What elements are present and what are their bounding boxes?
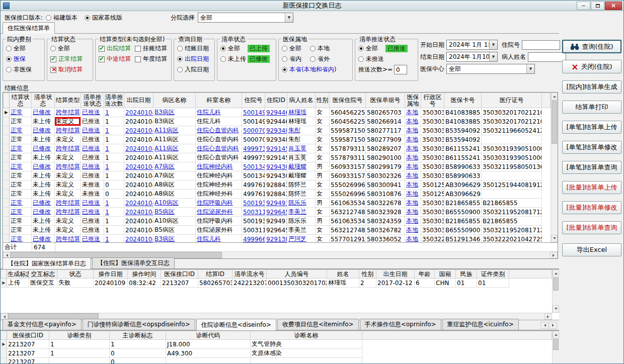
push-count-input[interactable] — [394, 65, 407, 74]
insurance-center-combo[interactable]: 全部▼ — [446, 64, 535, 74]
column-header[interactable]: 诊断代码 — [166, 331, 251, 340]
push-status-pushed[interactable]: 已推送 — [385, 45, 408, 52]
area-inprovince[interactable]: 省内 — [282, 55, 305, 63]
table-row[interactable]: 正常已修改跨年结算已推送120240104B5病区住院泌尿外科500311929… — [4, 208, 551, 217]
tab-details-2[interactable]: 住院诊断信息<diseinfo> — [196, 319, 276, 330]
v-scrollbar[interactable] — [551, 93, 558, 242]
fee-type-all[interactable]: 全部 — [6, 44, 26, 53]
settle-status-all[interactable]: 全部 — [50, 44, 70, 53]
column-header[interactable]: 状态 — [57, 270, 94, 279]
list-status-all[interactable]: 全部 — [220, 44, 243, 53]
export-excel-button[interactable]: 导出Excel — [562, 243, 621, 256]
scroll-thumb[interactable] — [553, 339, 559, 350]
v-scrollbar[interactable] — [552, 331, 559, 364]
column-header[interactable]: 病区名称 — [153, 93, 196, 108]
scroll-down-button[interactable] — [551, 235, 558, 242]
tab-details-1[interactable]: 门诊慢特病诊断信息<opspdiseinfo> — [83, 319, 195, 330]
query-date-discharge[interactable]: 出院日期 — [177, 55, 209, 63]
scroll-right-button[interactable] — [544, 313, 552, 320]
table-row[interactable]: ▶正常已修改跨年结算已推送120240104B3病区住院儿科5001499294… — [4, 108, 551, 117]
column-header[interactable]: 结算ID — [198, 270, 232, 279]
settle-status-normal[interactable]: 正常结算 — [50, 55, 83, 63]
table-row[interactable]: 正常已修改跨年结算已推送120240104A11病区住院心血管内科5000709… — [4, 126, 551, 135]
column-header[interactable]: 国籍 — [435, 270, 456, 279]
table-row[interactable]: ▶221320711J18.000支气管肺炎 — [1, 340, 552, 349]
column-header[interactable]: 操作时间 — [128, 270, 161, 279]
column-header[interactable]: 年龄 — [415, 270, 435, 279]
list-status-uploaded[interactable]: 已上传 — [248, 45, 270, 52]
column-header[interactable]: 清单推 送次数 — [104, 93, 124, 108]
settle-type-credit[interactable]: 挂账结算 — [135, 44, 167, 53]
column-header[interactable]: 医保接口ID — [161, 270, 198, 279]
batch-settlement-upload-button[interactable]: [批量]结算单上传 — [562, 181, 621, 194]
column-header[interactable]: 清单流水号 — [232, 270, 267, 279]
column-header[interactable]: 姓名 — [327, 270, 359, 279]
table-row[interactable]: 正常未上传未定义已推送120240104A7病区住院神经内科5001349294… — [4, 171, 551, 180]
scroll-up-button[interactable] — [551, 93, 558, 100]
table-row[interactable]: 22132070 — [1, 358, 552, 364]
tab-main-0[interactable]: 住院医保结算单 — [3, 22, 55, 34]
branch-select-combo[interactable]: 全部 ▼ — [198, 13, 293, 23]
table-row[interactable]: 正常未上传未定义已推送120240104A11病区住院心血管内科49997392… — [4, 153, 551, 162]
column-header[interactable]: 性别 — [359, 270, 376, 279]
column-header[interactable]: 病人姓名 — [287, 93, 316, 108]
maximize-button[interactable] — [591, 2, 604, 10]
table-row[interactable]: 正常未上传未定义已推送120240104A11病区住院心血管内科50007092… — [4, 135, 551, 144]
version-option-fujian[interactable]: 福建版本 — [46, 14, 77, 22]
column-header[interactable]: 性别 — [316, 93, 330, 108]
settle-type-annual[interactable]: 年度结算 — [135, 55, 167, 63]
list-status-modified[interactable]: 已修改 — [248, 55, 270, 63]
list-status-notuploaded[interactable]: 未上传 — [220, 55, 243, 63]
area-outprovince[interactable]: 省外 — [310, 55, 330, 63]
column-header[interactable]: 结算类型 — [55, 93, 81, 108]
column-header[interactable]: 住院号 — [242, 93, 265, 108]
scroll-up-button[interactable] — [553, 331, 559, 338]
close-button[interactable]: × — [605, 2, 622, 10]
column-header[interactable]: 证件类别 — [477, 270, 509, 279]
single-settlement-upload-button[interactable]: [单笔]结算单上传 — [562, 121, 621, 134]
column-header[interactable]: 清单推 送状态 — [81, 93, 104, 108]
scroll-up-button[interactable] — [553, 269, 559, 277]
column-header[interactable]: 医保 属地 — [405, 93, 421, 108]
column-header[interactable]: 科室名称 — [196, 93, 242, 108]
batch-settlement-modify-button[interactable]: [批量]结算单修改 — [562, 201, 621, 214]
tab-details-0[interactable]: 基金支付信息<payinfo> — [3, 319, 82, 330]
table-row[interactable]: 正常未上传未定义已推送120240104A10病区住院呼吸内科500193929… — [4, 217, 551, 226]
tab-details-5[interactable]: 重症监护信息<icuinfo> — [442, 319, 519, 330]
table-row[interactable]: 正常未上传未定义未推送020240104A8病区住院神经外科4997619288… — [4, 190, 551, 199]
column-header[interactable]: 清单状态 — [32, 93, 55, 108]
table-row[interactable]: 221320710A49.300支原体感染 — [1, 349, 552, 358]
close-inpatient-button[interactable]: ×关闭(住院) — [562, 60, 621, 73]
scroll-down-button[interactable] — [553, 305, 559, 313]
column-header[interactable]: 出院日期 — [124, 93, 153, 108]
v-scrollbar[interactable] — [552, 269, 559, 313]
fee-type-insurance[interactable]: 医保 — [6, 55, 26, 63]
area-province-localandin[interactable]: 本省(本地和省内) — [282, 65, 336, 74]
column-header[interactable]: 生成标志 — [7, 270, 29, 279]
column-header[interactable]: 医保卡号 — [444, 93, 482, 108]
column-header[interactable]: 医疗证号 — [482, 93, 542, 108]
minimize-button[interactable]: ─ — [577, 2, 590, 10]
tab-details-4[interactable]: 手术操作信息<oprninfo> — [360, 319, 441, 330]
column-header[interactable]: 交互标志 — [29, 270, 57, 279]
area-all[interactable]: 全部 — [282, 44, 305, 53]
column-header[interactable]: 住院ID — [265, 93, 287, 108]
column-header[interactable]: 诊断类别 — [49, 331, 110, 340]
column-header[interactable]: 出生日期 — [376, 270, 415, 279]
table-row[interactable]: 正常已修改跨年结算已推送120240104A11病区住院心血管内科4999739… — [4, 144, 551, 153]
push-status-all[interactable]: 全部 — [358, 44, 380, 53]
settle-status-cancel[interactable]: 取消结算 — [50, 65, 83, 74]
column-header[interactable]: 主诊断标志 — [110, 331, 166, 340]
column-header[interactable]: 医保单据号 — [366, 93, 405, 108]
settle-type-discharge[interactable]: 出院结算 — [99, 44, 131, 53]
tab-scroll-left-button[interactable] — [540, 322, 549, 329]
tab-scroll-right-button[interactable] — [549, 322, 557, 329]
column-header[interactable]: 结算状 态 — [10, 93, 32, 108]
single-settlement-modify-button[interactable]: [单笔]结算单修改 — [562, 141, 621, 154]
single-settlement-query-button[interactable]: [单笔]结算单查询 — [562, 161, 621, 174]
hospital-settlement-generate-button[interactable]: [院内]结算单生成 — [562, 80, 621, 94]
tab-details-3[interactable]: 收费项目信息<iteminfo> — [277, 319, 359, 330]
query-inpatient-button[interactable]: 查询(住院) — [562, 40, 621, 53]
inpatient-no-input[interactable] — [522, 40, 560, 50]
column-header[interactable]: 民族 — [456, 270, 477, 279]
